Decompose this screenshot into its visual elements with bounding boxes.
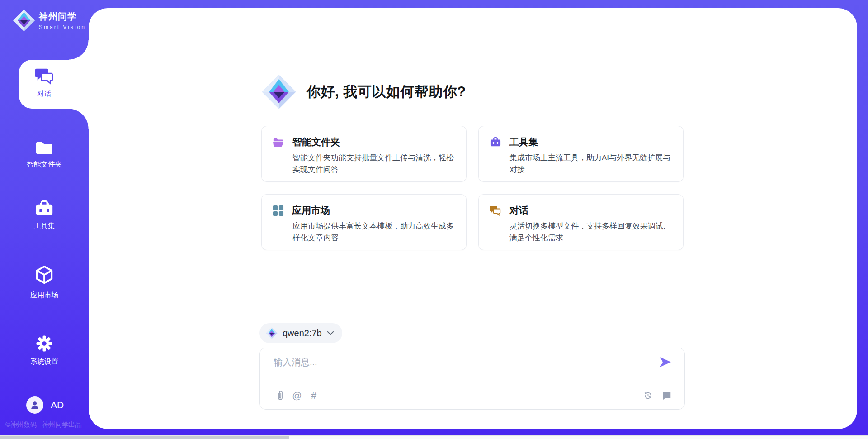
toolbox-icon — [34, 199, 54, 217]
chat-bubble-icon — [662, 391, 672, 401]
card-description: 灵活切换多模型文件，支持多样回复效果调试, 满足个性化需求 — [509, 220, 672, 244]
tab-fillet-top — [69, 40, 89, 60]
paperclip-icon — [277, 391, 284, 401]
sidebar-item-app-market[interactable]: 应用市场 — [0, 265, 89, 300]
sidebar-item-toolset[interactable]: 工具集 — [0, 199, 89, 231]
greeting-title: 你好, 我可以如何帮助你? — [307, 82, 466, 101]
folder-open-icon — [273, 137, 284, 148]
mention-button[interactable]: @ — [290, 390, 304, 401]
brand-logo-block: 神州问学 Smart Vision — [13, 9, 86, 32]
chat-icon — [490, 205, 501, 216]
clock-history-icon — [643, 391, 653, 401]
new-chat-button[interactable] — [660, 390, 674, 401]
brand-subtitle: Smart Vision — [39, 24, 86, 30]
brand-diamond-icon — [13, 9, 35, 32]
sidebar-item-label: 系统设置 — [30, 357, 58, 367]
card-title: 工具集 — [509, 136, 538, 148]
toolbox-icon — [490, 137, 501, 148]
sidebar-item-chat[interactable]: 对话 — [0, 67, 89, 99]
brand-name: 神州问学 — [39, 10, 86, 23]
history-button[interactable] — [641, 390, 655, 401]
sidebar-item-label: 工具集 — [34, 221, 55, 231]
user-initials: AD — [51, 400, 64, 410]
gear-icon — [35, 334, 54, 353]
tab-fillet-bottom — [69, 109, 89, 129]
topic-button[interactable]: # — [307, 390, 321, 401]
attach-file-button[interactable] — [274, 390, 287, 401]
model-diamond-icon — [266, 327, 278, 339]
sidebar-item-smart-folder[interactable]: 智能文件夹 — [0, 139, 89, 169]
card-description: 集成市场上主流工具，助力AI与外界无缝扩展与对接 — [509, 152, 672, 176]
card-title: 智能文件夹 — [292, 136, 340, 148]
card-app-market[interactable]: 应用市场 应用市场提供丰富长文本模板，助力高效生成多样化文章内容 — [261, 194, 467, 250]
user-account[interactable]: AD — [26, 396, 64, 414]
card-toolset[interactable]: 工具集 集成市场上主流工具，助力AI与外界无缝扩展与对接 — [478, 126, 684, 182]
message-composer: @ # — [259, 348, 685, 410]
copyright-text: ©神州数码 · 神州问学出品 — [5, 420, 82, 429]
card-title: 对话 — [509, 204, 528, 217]
message-input[interactable] — [274, 356, 653, 380]
app-window: 神州问学 Smart Vision 对话 智能文件夹 工具集 — [0, 0, 868, 439]
model-name: qwen2:7b — [283, 328, 322, 339]
chevron-down-icon — [327, 331, 334, 335]
composer-toolbar: @ # — [260, 382, 684, 409]
sidebar-item-label: 智能文件夹 — [27, 160, 62, 169]
send-icon — [659, 356, 672, 368]
sidebar-item-label: 对话 — [38, 89, 52, 99]
card-description: 智能文件夹功能支持批量文件上传与清洗，轻松实现文件问答 — [292, 152, 455, 176]
greeting-diamond-icon — [261, 74, 297, 110]
folder-icon — [34, 139, 54, 156]
scrollbar-thumb[interactable] — [0, 436, 289, 439]
person-icon — [30, 400, 40, 410]
cube-icon — [34, 265, 55, 286]
card-title: 应用市场 — [292, 204, 330, 217]
greeting-block: 你好, 我可以如何帮助你? — [261, 74, 466, 110]
sidebar-item-label: 应用市场 — [30, 291, 58, 300]
sidebar-item-settings[interactable]: 系统设置 — [0, 334, 89, 367]
model-selector[interactable]: qwen2:7b — [259, 323, 342, 343]
card-chat[interactable]: 对话 灵活切换多模型文件，支持多样回复效果调试, 满足个性化需求 — [478, 194, 684, 250]
send-button[interactable] — [659, 356, 673, 370]
card-smart-folder[interactable]: 智能文件夹 智能文件夹功能支持批量文件上传与清洗，轻松实现文件问答 — [261, 126, 467, 182]
avatar — [26, 396, 43, 414]
horizontal-scrollbar[interactable] — [0, 435, 868, 439]
chat-icon — [35, 67, 54, 85]
card-description: 应用市场提供丰富长文本模板，助力高效生成多样化文章内容 — [292, 220, 455, 244]
grid-icon — [273, 205, 284, 216]
